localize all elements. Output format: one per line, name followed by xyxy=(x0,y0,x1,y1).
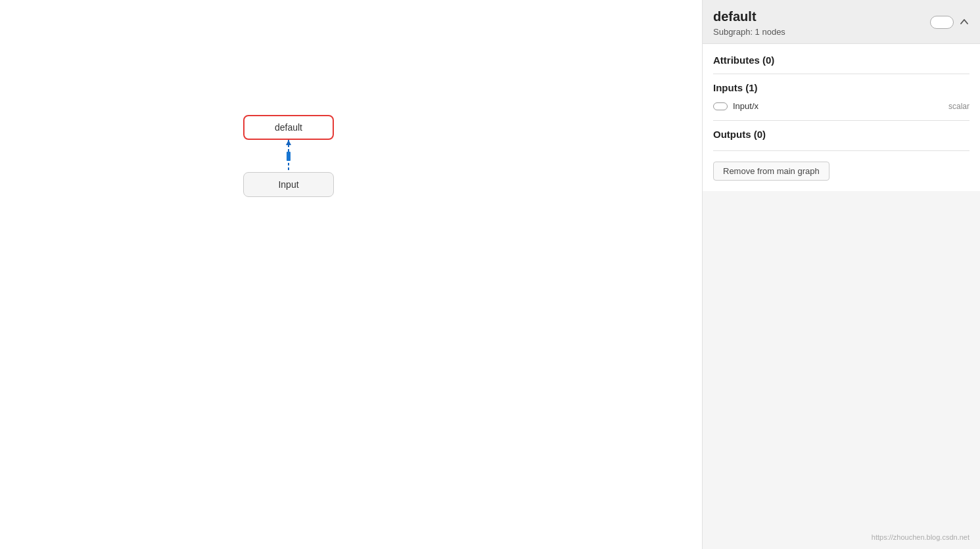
sidebar-header-content: default Subgraph: 1 nodes xyxy=(713,9,785,37)
graph-canvas[interactable]: default Input xyxy=(0,0,702,549)
input-row-left: Input/x xyxy=(713,101,758,111)
attributes-section: Attributes (0) xyxy=(713,55,969,66)
sidebar-panel: default Subgraph: 1 nodes Attributes (0)… xyxy=(702,0,980,549)
input-node-label: Input xyxy=(278,179,298,190)
inputs-section: Inputs (1) Input/x scalar xyxy=(713,82,969,112)
watermark: https://zhouchen.blog.csdn.net xyxy=(872,533,969,541)
sidebar-header: default Subgraph: 1 nodes xyxy=(703,0,980,44)
input-connector-icon xyxy=(713,102,728,110)
input-node[interactable]: Input xyxy=(243,172,334,197)
outputs-title: Outputs (0) xyxy=(713,129,969,140)
connector-svg xyxy=(284,140,293,172)
divider-3 xyxy=(713,150,969,151)
input-name: Input/x xyxy=(733,101,758,111)
input-row: Input/x scalar xyxy=(713,100,969,112)
node-connector xyxy=(288,140,289,172)
remove-from-main-graph-button[interactable]: Remove from main graph xyxy=(713,162,829,181)
sidebar-title: default xyxy=(713,9,785,24)
attributes-title: Attributes (0) xyxy=(713,55,969,66)
outputs-section: Outputs (0) xyxy=(713,129,969,140)
input-type: scalar xyxy=(948,102,969,111)
sidebar-toggle[interactable] xyxy=(930,16,954,29)
sidebar-content: Attributes (0) Inputs (1) Input/x scalar… xyxy=(703,44,980,191)
sidebar-subtitle: Subgraph: 1 nodes xyxy=(713,27,785,37)
inputs-title: Inputs (1) xyxy=(713,82,969,93)
svg-rect-2 xyxy=(287,152,291,161)
default-node[interactable]: default xyxy=(243,115,334,140)
divider-1 xyxy=(713,74,969,74)
svg-marker-1 xyxy=(286,140,291,145)
chevron-up-icon[interactable] xyxy=(959,16,969,27)
default-node-label: default xyxy=(275,122,302,133)
graph-area: default Input xyxy=(0,0,702,549)
divider-2 xyxy=(713,120,969,121)
